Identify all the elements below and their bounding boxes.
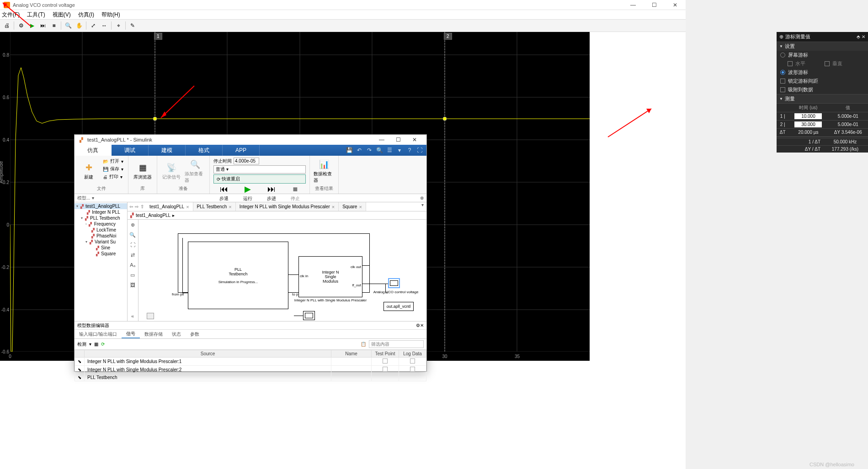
dropdown-icon[interactable]: ▾ xyxy=(419,202,426,211)
model-tree[interactable]: ▾▞test1_AnalogPLL▞Integer N PLL▾▞PLL Tes… xyxy=(75,202,128,321)
snap-data-check[interactable] xyxy=(780,87,785,92)
tab-format[interactable]: 格式 xyxy=(186,145,223,156)
tab-debug[interactable]: 调试 xyxy=(112,145,149,156)
gear-icon[interactable]: ⚙ xyxy=(416,323,420,328)
filter-input[interactable] xyxy=(369,340,424,348)
fullscreen-icon[interactable]: ⛶ xyxy=(415,147,424,153)
viewmark-icon[interactable]: « xyxy=(128,312,137,320)
scale-x-icon[interactable]: ↔ xyxy=(99,21,109,31)
vertical-check[interactable] xyxy=(825,61,830,66)
screen-cursor-radio[interactable] xyxy=(780,53,785,58)
step-icon[interactable]: ⏭ xyxy=(38,21,48,31)
cursor-1-flag[interactable]: 1 xyxy=(154,33,162,40)
nav-fwd-icon[interactable]: ⇨ xyxy=(135,204,138,209)
integer-n-block[interactable]: Integer N Single Modulus clk in clk out … xyxy=(298,256,362,297)
waveform-cursor-radio[interactable] xyxy=(780,70,785,75)
tab-simulation[interactable]: 仿真 xyxy=(75,145,112,156)
tree-item[interactable]: ›▞Frequency xyxy=(75,221,127,227)
help-icon[interactable]: ? xyxy=(405,147,414,153)
settings-icon[interactable]: ⚙ xyxy=(16,21,26,31)
save-button[interactable]: 💾 保存 ▾ xyxy=(102,165,124,173)
de-tab-ports[interactable]: 输入端口/输出端口 xyxy=(75,330,122,338)
cursor-2-flag[interactable]: 2 xyxy=(444,33,452,40)
print-icon[interactable]: 🖨 xyxy=(2,21,12,31)
close-icon[interactable]: ✕ xyxy=(420,323,424,328)
log-signals-button[interactable]: 📡记录信号 xyxy=(161,158,182,184)
out-block[interactable]: out.apll_vcntl xyxy=(383,302,414,311)
run-button[interactable]: ▶运行 xyxy=(237,184,258,202)
step-fwd-button[interactable]: ⏭步进 xyxy=(261,184,282,202)
tree-item[interactable]: ▾▞test1_AnalogPLL xyxy=(75,203,127,209)
data-editor-table[interactable]: SourceNameTest PointLog Data ⬊Integer N … xyxy=(75,350,426,381)
run-icon[interactable]: ▶ xyxy=(27,21,37,31)
canvas-tab-main[interactable]: test1_AnalogPLL× xyxy=(146,202,193,211)
horizontal-check[interactable] xyxy=(788,61,793,66)
tab-modeling[interactable]: 建模 xyxy=(149,145,186,156)
expand-handle-icon[interactable]: ▸▸▸ xyxy=(591,196,595,211)
stack-icon[interactable] xyxy=(147,313,154,319)
cursor-icon[interactable]: ⌖ xyxy=(113,21,123,31)
zoom-icon[interactable]: 🔍 xyxy=(63,21,73,31)
stop-button[interactable]: ■停止 xyxy=(285,184,306,202)
pin-icon[interactable]: ⬘ ✕ xyxy=(857,34,865,39)
pan-icon[interactable]: ✋ xyxy=(74,21,84,31)
tree-item[interactable]: ▞LockTime xyxy=(75,227,127,233)
tree-item[interactable]: ▞Integer N PLL xyxy=(75,209,127,215)
annotate-icon[interactable]: Aₐ xyxy=(128,261,137,269)
sim-minimize-button[interactable]: — xyxy=(373,135,390,144)
menu-view[interactable]: 视图(V) xyxy=(53,11,71,19)
close-icon[interactable]: × xyxy=(359,204,362,210)
minimize-button[interactable]: — xyxy=(623,0,644,10)
open-button[interactable]: 📂 打开 ▾ xyxy=(102,158,124,165)
de-tab-params[interactable]: 参数 xyxy=(186,330,204,338)
simulink-titlebar[interactable]: ▞ test1_AnalogPLL * - Simulink — ☐ ✕ xyxy=(75,135,426,145)
de-tab-datastore[interactable]: 数据存储 xyxy=(140,330,167,338)
save-icon[interactable]: 💾 xyxy=(345,147,353,153)
quick-restart-button[interactable]: ⟳ 快速重启 xyxy=(213,174,306,184)
tree-item[interactable]: ▞PhaseNoi xyxy=(75,233,127,239)
scope-block[interactable] xyxy=(388,278,400,288)
close-button[interactable]: ✕ xyxy=(665,0,686,10)
nav-up-icon[interactable]: ⇧ xyxy=(140,204,144,209)
customize-icon[interactable]: ▾ xyxy=(395,147,404,153)
grid-icon[interactable]: ▦ xyxy=(94,342,98,347)
area-icon[interactable]: ▭ xyxy=(128,271,137,279)
canvas-tab-integern[interactable]: Integer N PLL with Single Modulus Presca… xyxy=(236,202,339,211)
close-icon[interactable]: × xyxy=(186,204,189,210)
canvas-tab-square[interactable]: Square× xyxy=(339,202,366,211)
undo-icon[interactable]: ↶ xyxy=(355,147,363,153)
close-icon[interactable]: × xyxy=(332,204,335,210)
fit-icon[interactable]: ⊕ xyxy=(128,221,137,229)
filter-icon[interactable]: 📋 xyxy=(361,342,366,347)
image-icon[interactable]: 🖼 xyxy=(128,281,137,289)
stop-icon[interactable]: ■ xyxy=(49,21,59,31)
menu-simulation[interactable]: 仿真(I) xyxy=(78,11,94,19)
sim-maximize-button[interactable]: ☐ xyxy=(390,135,406,144)
zoom-icon[interactable]: 🔍 xyxy=(128,231,137,239)
canvas-tab-testbench[interactable]: PLL Testbench× xyxy=(193,202,236,211)
menu-tools[interactable]: 工具(T) xyxy=(27,11,45,19)
add-viewer-button[interactable]: 🔍添加查看器 xyxy=(185,158,206,184)
settings-section[interactable]: 设置 xyxy=(777,42,868,51)
autoscale-icon[interactable]: ⤢ xyxy=(88,21,98,31)
tree-item[interactable]: ▾▞PLL Testbench xyxy=(75,215,127,221)
de-tab-states[interactable]: 状态 xyxy=(167,330,186,338)
data-inspector-button[interactable]: 📊数据检查器 xyxy=(314,158,335,184)
tree-item[interactable]: ▞Square xyxy=(75,251,127,257)
pll-testbench-block[interactable]: PLL Testbench Simulation in Progress... … xyxy=(188,242,288,309)
measure-section[interactable]: 测量 xyxy=(777,94,868,103)
tree-item[interactable]: ▞Sine xyxy=(75,245,127,251)
close-icon[interactable]: × xyxy=(229,204,231,210)
stop-time-input[interactable] xyxy=(234,158,259,164)
search-icon[interactable]: 🔍 xyxy=(375,147,383,153)
menu-file[interactable]: 文件(F) xyxy=(2,11,20,19)
refresh-icon[interactable]: ⟳ xyxy=(101,342,105,347)
nav-icon[interactable]: ⇄ xyxy=(128,251,137,259)
cursor1-time-input[interactable] xyxy=(794,113,822,119)
tab-app[interactable]: APP xyxy=(223,145,260,156)
highlight-icon[interactable]: ✎ xyxy=(128,21,138,31)
tree-item[interactable]: ▾▞Variant Su xyxy=(75,239,127,245)
de-tab-signals[interactable]: 信号 xyxy=(122,330,140,338)
fit-view-icon[interactable]: ⛶ xyxy=(128,241,137,249)
sort-icon[interactable]: ☰ xyxy=(385,147,394,153)
